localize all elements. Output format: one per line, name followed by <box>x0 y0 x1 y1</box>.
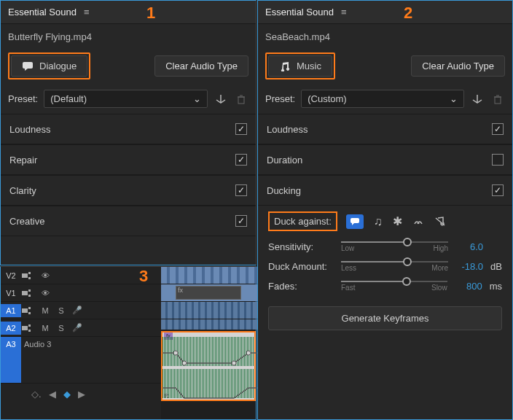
duck-unassigned-icon[interactable] <box>434 217 446 227</box>
svg-rect-4 <box>22 273 28 278</box>
delete-preset-icon[interactable] <box>490 92 505 106</box>
audio-type-highlight: Dialogue <box>8 52 90 79</box>
section-duration[interactable]: Duration <box>258 144 512 175</box>
audio-type-music[interactable]: Music <box>268 55 332 77</box>
voiceover-icon[interactable]: 🎤 <box>69 306 85 315</box>
annotation-3: 3 <box>139 267 148 286</box>
eye-icon[interactable]: 👁 <box>37 271 53 280</box>
clip-a2[interactable] <box>161 319 257 330</box>
section-checkbox[interactable] <box>235 184 247 196</box>
duck-sfx-icon[interactable]: ✱ <box>393 214 402 228</box>
timeline-panel: 3 V2 👁 V1 👁 A1 M S 🎤 A2 <box>0 266 256 420</box>
keyframe-transport: ◇. ◀ ◆ ▶ <box>1 384 161 404</box>
section-creative[interactable]: Creative <box>1 206 256 236</box>
panel-header: Essential Sound ≡ <box>1 1 256 24</box>
duck-against-label: Duck against: <box>268 211 337 231</box>
slider-fades: Fades:FastSlow800ms <box>258 276 512 296</box>
preset-label: Preset: <box>265 93 295 104</box>
track-headers: V2 👁 V1 👁 A1 M S 🎤 A2 M S 🎤 <box>1 267 161 419</box>
section-checkbox[interactable] <box>235 154 247 166</box>
svg-rect-14 <box>28 324 31 327</box>
slider-track[interactable]: LowHigh <box>341 241 448 252</box>
section-label: Clarity <box>9 185 36 196</box>
section-label: Loudness <box>267 124 308 135</box>
eye-icon[interactable]: 👁 <box>37 289 53 298</box>
svg-point-18 <box>232 361 236 365</box>
slider-track[interactable]: FastSlow <box>341 281 447 292</box>
section-checkbox[interactable] <box>235 215 247 227</box>
save-preset-icon[interactable] <box>470 92 485 106</box>
next-keyframe-icon[interactable]: ▶ <box>78 389 85 400</box>
preset-dropdown[interactable]: (Default) ⌄ <box>44 90 208 108</box>
panel-menu-icon[interactable]: ≡ <box>84 7 90 18</box>
clip-v2[interactable] <box>161 267 257 284</box>
clip-a1[interactable] <box>161 302 257 319</box>
preset-dropdown[interactable]: (Custom) ⌄ <box>301 90 464 108</box>
slider-value[interactable]: 800 <box>453 281 482 292</box>
track-a1[interactable]: A1 M S 🎤 <box>1 302 161 319</box>
track-v2[interactable]: V2 👁 <box>1 267 161 284</box>
slider-min: Less <box>341 264 356 272</box>
prev-keyframe-icon[interactable]: ◀ <box>49 389 56 400</box>
section-checkbox[interactable] <box>492 184 504 196</box>
panel-menu-icon[interactable]: ≡ <box>341 7 347 18</box>
slider-unit: ms <box>490 281 502 292</box>
track-a3[interactable]: A3 Audio 3 <box>1 337 161 384</box>
chevron-down-icon: ⌄ <box>450 93 458 104</box>
clip-a1-label[interactable]: fx <box>176 286 241 300</box>
clip-filename: Butterfly Flying.mp4 <box>1 24 256 48</box>
delete-preset-icon[interactable] <box>234 92 248 106</box>
section-checkbox[interactable] <box>492 123 504 135</box>
svg-rect-10 <box>22 308 28 313</box>
toggle-output-icon[interactable] <box>21 271 37 280</box>
slider-min: Low <box>341 244 354 252</box>
svg-rect-2 <box>495 97 501 104</box>
toggle-output-icon[interactable] <box>21 306 37 315</box>
svg-rect-11 <box>28 307 31 309</box>
slider-track[interactable]: LessMore <box>341 261 448 272</box>
voiceover-icon[interactable]: 🎤 <box>69 323 85 332</box>
section-label: Ducking <box>267 185 301 196</box>
timeline-content[interactable]: fx fx R <box>161 267 256 419</box>
solo-icon[interactable]: S <box>53 306 69 315</box>
svg-rect-13 <box>22 326 28 330</box>
solo-icon[interactable]: S <box>53 324 69 332</box>
svg-rect-8 <box>28 289 31 292</box>
mute-icon[interactable]: M <box>37 306 53 315</box>
section-label: Duration <box>267 155 302 166</box>
channel-r-label: R <box>164 392 169 400</box>
generate-keyframes-button[interactable]: Generate Keyframes <box>268 306 502 330</box>
duck-dialogue-icon[interactable] <box>346 214 364 229</box>
track-v1[interactable]: V1 👁 <box>1 284 161 302</box>
svg-rect-12 <box>28 312 31 314</box>
annotation-2: 2 <box>404 4 412 23</box>
mute-icon[interactable]: M <box>37 324 53 332</box>
duck-music-icon[interactable]: ♫ <box>374 215 383 228</box>
track-a2[interactable]: A2 M S 🎤 <box>1 319 161 337</box>
toggle-output-icon[interactable] <box>21 324 37 332</box>
keyframe-toggle-icon[interactable]: ◇. <box>31 389 42 400</box>
clear-audio-type-button[interactable]: Clear Audio Type <box>411 55 505 77</box>
duck-ambience-icon[interactable] <box>412 217 424 227</box>
section-checkbox[interactable] <box>235 123 247 135</box>
section-clarity[interactable]: Clarity <box>1 175 256 206</box>
section-loudness[interactable]: Loudness <box>258 114 512 144</box>
slider-value[interactable]: 6.0 <box>454 241 483 252</box>
slider-max: Slow <box>431 284 447 292</box>
add-keyframe-icon[interactable]: ◆ <box>63 389 71 400</box>
section-repair[interactable]: Repair <box>1 144 256 175</box>
slider-label: Duck Amount: <box>268 261 335 272</box>
save-preset-icon[interactable] <box>214 92 228 106</box>
section-loudness[interactable]: Loudness <box>1 114 256 144</box>
toggle-output-icon[interactable] <box>21 289 37 298</box>
clip-a3-highlight[interactable]: fx R <box>161 331 256 401</box>
track-tag: A3 <box>1 337 21 383</box>
audio-type-dialogue[interactable]: Dialogue <box>11 55 87 77</box>
slider-value[interactable]: -18.0 <box>454 261 483 272</box>
section-ducking[interactable]: Ducking <box>258 175 512 206</box>
audio-type-label: Music <box>297 61 321 71</box>
section-checkbox[interactable] <box>492 154 504 166</box>
ducking-envelope <box>162 332 257 402</box>
clear-audio-type-button[interactable]: Clear Audio Type <box>154 55 248 77</box>
preset-value: (Custom) <box>308 93 346 104</box>
